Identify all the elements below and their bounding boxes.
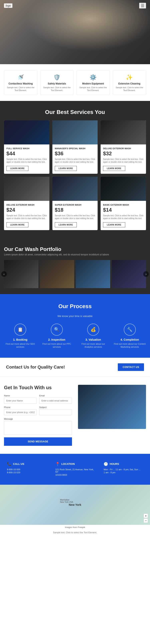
process-step-desc-3: Find out more about our Content Marketin… <box>114 342 146 349</box>
map-images-credit: Images from Freepik <box>0 525 150 530</box>
contact-us-button[interactable]: CONTACT US <box>118 363 144 371</box>
form-name-email-row: Name Email <box>4 394 72 404</box>
portfolio-image-1 <box>40 260 75 288</box>
learn-more-btn-2[interactable]: LEARN MORE <box>103 166 125 171</box>
process-step-desc-1: Find out more about our PPC services <box>41 342 73 349</box>
info-cards-section: 📞 CALL US 8-800-10-500 8-800-15-520 📍 LO… <box>0 454 150 485</box>
message-textarea[interactable] <box>4 421 72 435</box>
service-name-5: BASIC EXTERIOR WASH <box>103 204 144 206</box>
process-icon-0: 📋 <box>14 324 26 336</box>
process-step-title-1: 2. Inspection <box>41 338 73 341</box>
learn-more-btn-4[interactable]: LEARN MORE <box>55 222 77 227</box>
form-field-subject: Subject <box>39 406 72 415</box>
service-card-5: BASIC EXTERIOR WASH $14 Sample text. Cli… <box>101 177 146 230</box>
service-body-4: SUPER EXTERIOR WASH $18 Sample text. Cli… <box>52 201 98 230</box>
feature-card-safety: 🛡️ Safety Materials Sample text. Click t… <box>40 70 74 95</box>
call-line-0: 8-800-10-500 <box>7 468 46 471</box>
feature-title-cleaning: Extensive Cleaning <box>115 82 144 85</box>
name-input[interactable] <box>4 398 37 404</box>
map-zoom-in-btn[interactable]: + <box>144 514 148 518</box>
slider-prev-btn[interactable]: ‹ <box>1 271 7 277</box>
process-icon-3: 🔧 <box>124 324 136 336</box>
process-section: Our Process We know your time is valuabl… <box>0 294 150 358</box>
email-label: Email <box>39 394 72 397</box>
service-image-1 <box>52 120 98 144</box>
feature-desc-contactless: Sample text. Click to select the Text El… <box>6 86 35 92</box>
info-card-location-header: 📍 LOCATION <box>55 462 95 466</box>
map-zoom-out-btn[interactable]: − <box>144 518 148 523</box>
learn-more-btn-5[interactable]: LEARN MORE <box>103 222 125 227</box>
contact-form-section: Get In Touch With us Name Email Phone Su… <box>0 377 150 454</box>
service-desc-0: Sample text. Click to select the text bo… <box>6 158 47 164</box>
services-title: Our Best Services You <box>4 109 146 115</box>
feature-card-equipment: ⚙️ Modern Equipment Sample text. Click t… <box>76 70 110 95</box>
services-grid: FULL SERVICE WASH $44 Sample text. Click… <box>4 120 146 230</box>
map-background: New York ManhattanNew York USA + − <box>0 485 150 525</box>
feature-card-contactless: 🚿 Contactless Washing Sample text. Click… <box>4 70 37 95</box>
learn-more-btn-3[interactable]: LEARN MORE <box>6 222 28 227</box>
process-step-desc-2: Find out more about our Analytics servic… <box>77 342 110 349</box>
contact-car-image <box>78 385 146 429</box>
header: logo ☰ <box>0 0 150 11</box>
safety-icon: 🛡️ <box>43 74 71 81</box>
process-step-2: 💰 3. Valuation Find out more about our A… <box>77 324 110 349</box>
service-image-2 <box>101 120 146 144</box>
form-field-message: Message <box>4 418 72 435</box>
logo: logo <box>4 4 12 8</box>
info-card-call-header: 📞 CALL US <box>7 462 46 466</box>
location-line-1: 10103-9003 <box>55 474 95 476</box>
feature-desc-cleaning: Sample text. Click to select the Text El… <box>115 86 144 92</box>
service-desc-2: Sample text. Click to select the text bo… <box>103 158 144 164</box>
service-body-1: MANAGER'S SPECIAL WASH $36 Sample text. … <box>52 144 98 174</box>
service-body-0: FULL SERVICE WASH $44 Sample text. Click… <box>4 144 49 174</box>
map-section: New York ManhattanNew York USA + − <box>0 485 150 525</box>
process-step-3: 🔧 4. Completion Find out more about our … <box>114 324 146 349</box>
feature-card-cleaning: ✨ Extensive Cleaning Sample text. Click … <box>113 70 146 95</box>
phone-label: Phone <box>4 406 37 408</box>
service-card-4: SUPER EXTERIOR WASH $18 Sample text. Cli… <box>52 177 98 230</box>
form-phone-subject-row: Phone Subject <box>4 406 72 415</box>
feature-desc-safety: Sample text. Click to select the Text El… <box>43 86 71 92</box>
feature-desc-equipment: Sample text. Click to select the Text El… <box>79 86 107 92</box>
cleaning-icon: ✨ <box>115 74 144 81</box>
map-label-nyc: New York <box>69 503 81 506</box>
slider-next-btn[interactable]: › <box>143 271 149 277</box>
service-price-5: $14 <box>103 207 144 213</box>
service-image-3 <box>4 177 49 201</box>
service-desc-5: Sample text. Click to select the text bo… <box>103 214 144 220</box>
portfolio-subtitle: Lorem ipsum dolor sit amet, consectetur … <box>4 253 146 256</box>
learn-more-btn-1[interactable]: LEARN MORE <box>55 166 77 171</box>
service-image-5 <box>101 177 146 201</box>
portfolio-slider: ‹ › <box>4 260 146 288</box>
service-card-2: DELUXE EXTERIOR WASH $32 Sample text. Cl… <box>101 120 146 174</box>
hamburger-menu-icon[interactable]: ☰ <box>139 3 146 8</box>
service-price-0: $44 <box>6 150 47 157</box>
service-card-0: FULL SERVICE WASH $44 Sample text. Click… <box>4 120 49 174</box>
service-card-3: DELUXE EXTERIOR WASH $24 Sample text. Cl… <box>4 177 49 230</box>
service-price-1: $36 <box>55 150 95 157</box>
process-step-desc-0: Find out more about Our SEO services <box>4 342 37 349</box>
location-icon: 📍 <box>55 462 60 466</box>
call-icon: 📞 <box>7 462 11 466</box>
process-step-0: 📋 1. Booking Find out more about Our SEO… <box>4 324 37 349</box>
contact-banner-title: Contact Us for Quality Care! <box>6 364 65 370</box>
form-message-row: Message <box>4 418 72 435</box>
form-field-name: Name <box>4 394 37 404</box>
service-desc-4: Sample text. Click to select the text bo… <box>55 214 95 220</box>
process-step-title-3: 4. Completion <box>114 338 146 341</box>
service-body-3: DELUXE EXTERIOR WASH $24 Sample text. Cl… <box>4 201 49 230</box>
contact-form-title: Get In Touch With us <box>4 385 72 390</box>
send-message-button[interactable]: SEND MESSAGE <box>4 437 72 446</box>
service-name-1: MANAGER'S SPECIAL WASH <box>55 147 95 150</box>
equipment-icon: ⚙️ <box>79 74 107 81</box>
phone-input[interactable] <box>4 409 37 415</box>
learn-more-btn-0[interactable]: LEARN MORE <box>6 166 28 171</box>
portfolio-title: Our Car Wash Portfolio <box>4 246 146 252</box>
email-input[interactable] <box>39 398 72 404</box>
call-title: CALL US <box>13 462 24 466</box>
process-icon-1: 🔍 <box>51 324 63 336</box>
info-card-hours: 🕐 HOURS Mon - Fri ... 11 am - 8 pm; Sat,… <box>101 458 146 481</box>
service-price-4: $18 <box>55 207 95 213</box>
form-field-email: Email <box>39 394 72 404</box>
subject-input[interactable] <box>39 409 72 415</box>
